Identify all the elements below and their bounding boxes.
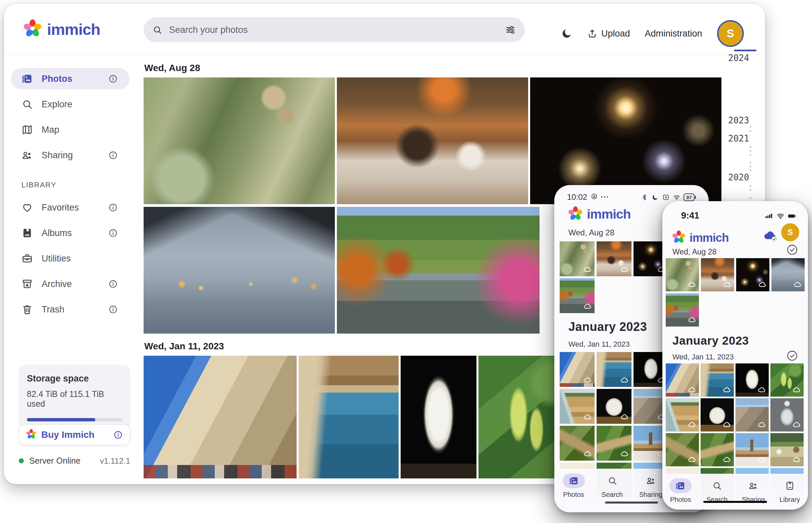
scrubber-year-2020[interactable]: 2020 (728, 172, 749, 182)
photo-castle[interactable] (560, 352, 594, 387)
phone-nav-search[interactable]: Search (699, 474, 736, 510)
info-icon[interactable] (108, 228, 118, 238)
photo-dinner[interactable] (701, 258, 734, 291)
sidebar-item-label: Favorites (41, 202, 79, 213)
photo-lizard1[interactable] (560, 426, 594, 461)
info-icon[interactable] (113, 430, 123, 440)
sidebar-item-label: Archive (41, 279, 72, 289)
administration-link[interactable]: Administration (645, 29, 702, 39)
cloud-icon (620, 449, 629, 458)
photo-hands[interactable] (144, 207, 335, 333)
photo-cliff[interactable] (666, 398, 699, 431)
photo-bust[interactable] (401, 356, 477, 479)
photo-lizard2[interactable] (701, 433, 734, 466)
select-all-check-icon[interactable] (786, 244, 799, 256)
photo-bust[interactable] (736, 363, 769, 397)
photo-trophy[interactable] (771, 398, 804, 431)
info-icon[interactable] (108, 74, 118, 84)
storage-progress-fill (27, 418, 95, 421)
photo-castle[interactable] (144, 356, 297, 479)
photo-monkeys[interactable] (560, 241, 594, 276)
photo-path[interactable] (560, 278, 594, 313)
photo-bay[interactable] (299, 356, 399, 479)
photo-bust2[interactable] (701, 398, 734, 431)
avatar[interactable]: S (781, 223, 799, 241)
photo-ruin[interactable] (736, 398, 769, 431)
sidebar-item-utilities[interactable]: Utilities (11, 248, 129, 269)
heart-icon (21, 202, 33, 213)
photo-bay[interactable] (597, 352, 632, 387)
photo-castle[interactable] (666, 363, 699, 397)
status-time: 9:41 (681, 211, 699, 221)
select-all-check-icon[interactable] (786, 349, 799, 362)
photo-farm[interactable] (771, 433, 804, 466)
photo-church[interactable] (736, 433, 769, 466)
info-icon[interactable] (108, 202, 118, 213)
scrubber-position-indicator[interactable] (734, 50, 756, 51)
buy-immich-button[interactable]: Buy Immich (19, 425, 130, 445)
cloud-icon (620, 376, 629, 384)
sidebar-item-trash[interactable]: Trash (11, 299, 129, 320)
photo-fireworks[interactable] (736, 258, 770, 291)
theme-toggle-moon-icon[interactable] (561, 28, 572, 39)
cloud-sync-icon[interactable] (762, 227, 778, 244)
phone-nav-sharing[interactable]: Sharing (735, 474, 772, 510)
info-icon[interactable] (108, 279, 118, 289)
upload-button[interactable]: Upload (587, 29, 630, 39)
cloud-icon (757, 455, 766, 464)
cloud-icon (757, 385, 766, 394)
photo-bay[interactable] (701, 363, 734, 397)
scrubber-tick (749, 130, 751, 132)
info-icon[interactable] (108, 150, 118, 160)
cloud-icon (792, 385, 801, 394)
sidebar-item-favorites[interactable]: Favorites (11, 197, 129, 218)
phone-nav-photos[interactable]: Photos (662, 474, 699, 510)
cloud-icon (688, 385, 696, 394)
storage-usage: 82.4 TiB of 115.1 TiB used (27, 389, 122, 409)
storage-progress-bar (27, 418, 122, 421)
cloud-icon (583, 376, 592, 384)
photo-bust2[interactable] (597, 389, 632, 424)
photo-path[interactable] (666, 293, 699, 327)
photo-berries[interactable] (771, 363, 804, 397)
search-bar[interactable] (144, 17, 525, 42)
sidebar-item-photos[interactable]: Photos (11, 68, 129, 90)
photo-hands[interactable] (772, 258, 805, 291)
filters-icon[interactable] (505, 24, 516, 36)
scrubber-tick (749, 185, 751, 187)
phone-mockup-right: 9:41 immich S Wed, Aug 28 January 2023 W… (662, 201, 808, 510)
cloud-icon (688, 315, 696, 324)
stage: immich Upload Administration S Photos Ex… (0, 0, 812, 523)
date-header: Wed, Jan 11, 2023 (672, 353, 734, 361)
scrubber-year-2023[interactable]: 2023 (728, 115, 749, 125)
sidebar-item-sharing[interactable]: Sharing (11, 144, 129, 166)
home-indicator (605, 502, 658, 504)
phone-nav-search[interactable]: Search (593, 469, 632, 512)
sidebar-item-explore[interactable]: Explore (11, 93, 129, 115)
sidebar-item-archive[interactable]: Archive (11, 273, 129, 295)
cloud-icon (722, 455, 731, 464)
phone-nav-library[interactable]: Library (772, 474, 808, 510)
photo-dinner[interactable] (337, 77, 528, 204)
photo-dinner[interactable] (597, 241, 632, 276)
photo-cliff[interactable] (560, 389, 594, 424)
sidebar-item-map[interactable]: Map (11, 119, 129, 141)
scrubber-tick (749, 146, 751, 148)
upload-label: Upload (601, 29, 630, 39)
photo-monkeys[interactable] (144, 77, 335, 204)
scrubber-tick (749, 150, 751, 152)
info-icon[interactable] (108, 304, 118, 314)
photo-lizard1[interactable] (666, 433, 699, 466)
sidebar-item-albums[interactable]: Albums (11, 222, 129, 244)
photo-monkeys[interactable] (666, 258, 699, 291)
phone-nav-photos[interactable]: Photos (554, 469, 593, 512)
scrubber-year-2021[interactable]: 2021 (728, 133, 749, 144)
battery-icon: 97 (684, 194, 696, 201)
photo-path[interactable] (337, 207, 539, 333)
search-input[interactable] (169, 24, 499, 36)
phone-nav-label: Library (779, 496, 800, 504)
scrubber-current-year[interactable]: 2024 (728, 53, 749, 63)
photo-lizard2[interactable] (597, 426, 632, 461)
phone-b-logo: immich (672, 230, 729, 246)
app-logo[interactable]: immich (23, 19, 100, 39)
